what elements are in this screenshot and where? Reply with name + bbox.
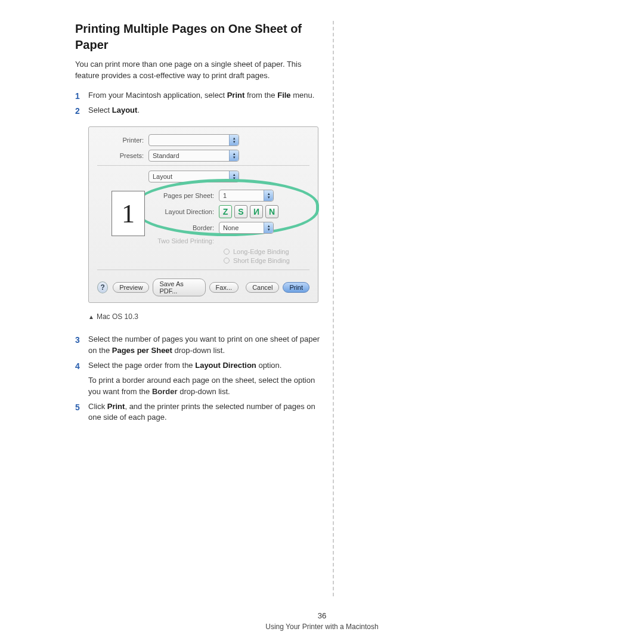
step-3: 3 Select the number of pages you want to… [75,334,324,357]
step-2: 2 Select Layout. [75,105,324,116]
stepper-icon: ▴▾ [229,150,239,161]
presets-label: Presets: [97,152,148,159]
pages-per-sheet-label: Pages per Sheet: [153,192,219,199]
save-as-pdf-button[interactable]: Save As PDF... [153,278,205,296]
step-number: 3 [75,334,80,346]
step-subtext: To print a border around each page on th… [88,375,324,398]
step-text: Click Print, and the printer prints the … [88,402,315,422]
steps-list-continued: 3 Select the number of pages you want to… [75,334,324,423]
steps-list: 1 From your Macintosh application, selec… [75,90,324,116]
step-5: 5 Click Print, and the printer prints th… [75,401,324,424]
step-text: From your Macintosh application, select … [88,91,314,100]
pages-per-sheet-value: 1 [223,192,227,199]
step-4: 4 Select the page order from the Layout … [75,360,324,398]
step-text: Select the number of pages you want to p… [88,335,320,355]
help-icon[interactable]: ? [97,281,108,293]
presets-value: Standard [153,152,179,159]
print-dialog-screenshot: Printer: ▴▾ Presets: Standard ▴▾ Layout … [88,126,318,303]
step-number: 5 [75,401,80,413]
intro-text: You can print more than one page on a si… [75,59,324,82]
radio-short-edge: Short Edge Binding [224,257,309,264]
stepper-icon: ▴▾ [229,135,239,145]
border-value: None [223,224,239,231]
printer-select[interactable]: ▴▾ [148,134,239,146]
page-number: 36 [0,611,644,620]
stepper-icon: ▴▾ [264,190,273,201]
layout-direction-label: Layout Direction: [153,208,219,215]
print-button[interactable]: Print [283,282,309,293]
page-title: Printing Multiple Pages on One Sheet of … [75,21,324,53]
preview-button[interactable]: Preview [113,282,149,293]
step-1: 1 From your Macintosh application, selec… [75,90,324,101]
presets-select[interactable]: Standard ▴▾ [148,150,239,162]
radio-icon [224,258,230,264]
cancel-button[interactable]: Cancel [246,282,279,293]
layout-direction-option-4[interactable]: N [265,205,278,218]
step-number: 4 [75,360,80,372]
layout-direction-option-2[interactable]: S [234,205,247,218]
border-label: Border: [153,224,219,231]
layout-direction-option-3[interactable]: И [250,205,263,218]
page-preview-icon: 1 [112,191,145,236]
section-value: Layout [153,173,172,180]
stepper-icon: ▴▾ [229,171,239,182]
layout-direction-option-1[interactable]: Z [219,205,232,218]
border-select[interactable]: None ▴▾ [219,222,274,234]
pages-per-sheet-select[interactable]: 1 ▴▾ [219,190,274,202]
radio-icon [224,249,230,255]
fax-button[interactable]: Fax... [209,282,239,293]
footer-text: Using Your Printer with a Macintosh [0,623,644,631]
step-text: Select Layout. [88,106,140,114]
page-footer: 36 Using Your Printer with a Macintosh [0,611,644,631]
two-sided-label: Two Sided Printing: [153,237,219,244]
column-divider [333,21,334,596]
step-number: 2 [75,105,80,117]
radio-long-edge: Long-Edge Binding [224,248,309,255]
section-select[interactable]: Layout ▴▾ [148,171,239,182]
screenshot-caption: ▲Mac OS 10.3 [88,312,324,321]
triangle-icon: ▲ [88,314,94,320]
step-text: Select the page order from the Layout Di… [88,361,281,370]
stepper-icon: ▴▾ [264,222,273,233]
printer-label: Printer: [97,137,148,144]
step-number: 1 [75,90,80,102]
